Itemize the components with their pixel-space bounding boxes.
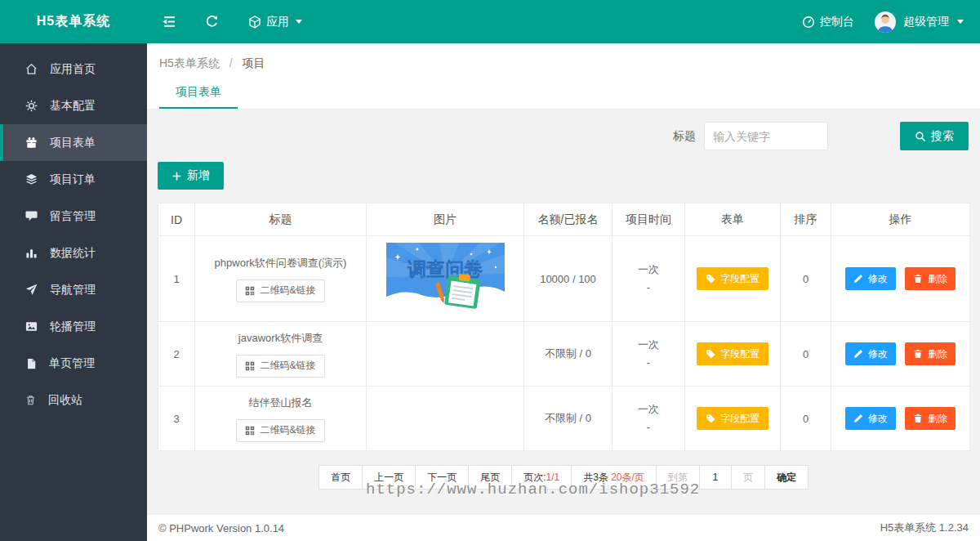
user-menu[interactable]: 超级管理 — [874, 11, 964, 34]
console-icon — [802, 16, 815, 29]
cell-quota: 10000 / 100 — [524, 236, 612, 322]
page-first[interactable]: 首页 — [318, 465, 363, 490]
sidebar-item-messages[interactable]: 留言管理 — [0, 198, 147, 235]
trash-icon — [913, 414, 923, 423]
refresh-button[interactable] — [205, 15, 219, 29]
sidebar-item-carousel[interactable]: 轮播管理 — [0, 308, 147, 345]
console-label: 控制台 — [820, 15, 854, 29]
project-thumbnail: 调查问卷 — [386, 243, 505, 315]
search-button-label: 搜索 — [931, 129, 954, 144]
console-link[interactable]: 控制台 — [802, 15, 854, 29]
collapse-sidebar-button[interactable] — [162, 15, 176, 29]
sidebar-item-label: 项目订单 — [50, 172, 96, 187]
app-window: H5表单系统 应用 控制台 — [0, 0, 980, 541]
sidebar-item-label: 轮播管理 — [50, 320, 96, 334]
edit-button[interactable]: 修改 — [845, 342, 896, 365]
footer-version: H5表单系统 1.2.34 — [880, 521, 969, 535]
projects-table: ID 标题 图片 名额/已报名 项目时间 表单 排序 操作 — [158, 203, 970, 451]
cell-quota: 不限制 / 0 — [524, 322, 612, 387]
sidebar-item-recycle-bin[interactable]: 回收站 — [0, 382, 147, 418]
trash-icon — [25, 395, 36, 405]
add-button-label: 新增 — [187, 168, 210, 183]
cell-form: 字段配置 — [685, 387, 781, 451]
tab-project-forms[interactable]: 项目表单 — [159, 76, 238, 109]
delete-button[interactable]: 删除 — [905, 342, 956, 365]
cell-form: 字段配置 — [685, 236, 781, 322]
qr-link-button[interactable]: 二维码&链接 — [236, 279, 324, 302]
cell-actions: 修改 删除 — [831, 322, 970, 387]
pencil-icon — [853, 349, 863, 359]
tag-icon — [706, 349, 715, 359]
field-config-button[interactable]: 字段配置 — [697, 342, 768, 365]
cell-time: 一次 - — [612, 387, 685, 451]
col-sort: 排序 — [781, 203, 831, 236]
trash-icon — [913, 274, 923, 284]
delete-button[interactable]: 删除 — [905, 407, 956, 430]
edit-button[interactable]: 修改 — [845, 407, 896, 430]
time-type: 一次 — [617, 400, 679, 418]
sidebar-item-single-pages[interactable]: 单页管理 — [0, 345, 147, 382]
field-config-button[interactable]: 字段配置 — [697, 267, 768, 290]
sidebar-item-statistics[interactable]: 数据统计 — [0, 235, 147, 271]
app-logo: H5表单系统 — [0, 13, 147, 30]
add-button[interactable]: 新增 — [158, 162, 224, 190]
app-menu[interactable]: 应用 — [248, 15, 302, 29]
time-type: 一次 — [617, 336, 679, 354]
cell-sort: 0 — [781, 387, 831, 451]
pagination-area: 首页 上一页 下一页 尾页 页次:1/1 共3条 20条/页 到第 页 确定 h… — [147, 465, 980, 514]
field-config-button[interactable]: 字段配置 — [697, 407, 768, 430]
page-suffix: 页 — [731, 465, 765, 490]
delete-button[interactable]: 删除 — [905, 267, 956, 290]
search-input[interactable] — [704, 122, 828, 150]
cell-time: 一次 - — [612, 236, 685, 322]
project-title: phpwork软件问卷调查(演示) — [200, 256, 361, 270]
edit-button[interactable]: 修改 — [845, 267, 896, 290]
time-range: - — [617, 418, 679, 436]
edit-label: 修改 — [868, 272, 888, 286]
sidebar-item-navigation[interactable]: 导航管理 — [0, 271, 147, 308]
sidebar-item-project-forms[interactable]: 项目表单 — [0, 124, 147, 161]
sidebar-item-label: 导航管理 — [50, 283, 96, 297]
cell-actions: 修改 删除 — [831, 387, 970, 451]
app-menu-label: 应用 — [266, 15, 289, 29]
layers-icon — [25, 173, 38, 186]
caret-down-icon — [957, 20, 964, 24]
sidebar-item-basic-config[interactable]: 基本配置 — [0, 87, 147, 124]
user-name: 超级管理 — [903, 15, 949, 29]
cell-id: 2 — [158, 322, 195, 387]
time-type: 一次 — [617, 261, 679, 279]
trash-icon — [913, 349, 923, 359]
cell-actions: 修改 删除 — [831, 236, 970, 322]
cell-form: 字段配置 — [685, 322, 781, 387]
search-button[interactable]: 搜索 — [900, 122, 969, 150]
qr-link-button[interactable]: 二维码&链接 — [236, 419, 324, 442]
cell-quota: 不限制 / 0 — [524, 387, 612, 451]
comment-icon — [25, 210, 38, 222]
table-row: 1 phpwork软件问卷调查(演示) 二维码&链接 — [158, 236, 970, 322]
sidebar-item-app-home[interactable]: 应用首页 — [0, 51, 147, 87]
cell-sort: 0 — [781, 322, 831, 387]
breadcrumb-root[interactable]: H5表单系统 — [159, 56, 220, 69]
cell-id: 3 — [158, 387, 195, 451]
refresh-icon — [205, 15, 219, 29]
cell-image: 调查问卷 — [367, 236, 524, 322]
time-range: - — [617, 354, 679, 372]
col-title: 标题 — [195, 203, 367, 236]
sidebar-item-project-orders[interactable]: 项目订单 — [0, 161, 147, 198]
header-right: 控制台 超级管理 — [802, 11, 980, 34]
sidebar-item-label: 基本配置 — [50, 99, 96, 114]
content-area: 标题 搜索 新增 ID — [147, 110, 980, 514]
goto-confirm-button[interactable]: 确定 — [764, 465, 808, 490]
cube-icon — [248, 16, 261, 29]
sidebar-item-label: 数据统计 — [50, 246, 96, 261]
qr-link-label: 二维码&链接 — [260, 423, 315, 437]
sidebar-item-label: 单页管理 — [49, 356, 95, 371]
delete-label: 删除 — [928, 347, 947, 361]
gear-icon — [25, 100, 38, 112]
table-row: 2 javawork软件调查 二维码&链接 不限制 / 0 — [158, 322, 970, 387]
qr-link-button[interactable]: 二维码&链接 — [236, 355, 324, 378]
table-wrapper: ID 标题 图片 名额/已报名 项目时间 表单 排序 操作 — [158, 203, 969, 451]
table-header-row: ID 标题 图片 名额/已报名 项目时间 表单 排序 操作 — [158, 203, 970, 236]
qrcode-icon — [245, 286, 255, 296]
goto-page-input[interactable] — [699, 465, 732, 490]
